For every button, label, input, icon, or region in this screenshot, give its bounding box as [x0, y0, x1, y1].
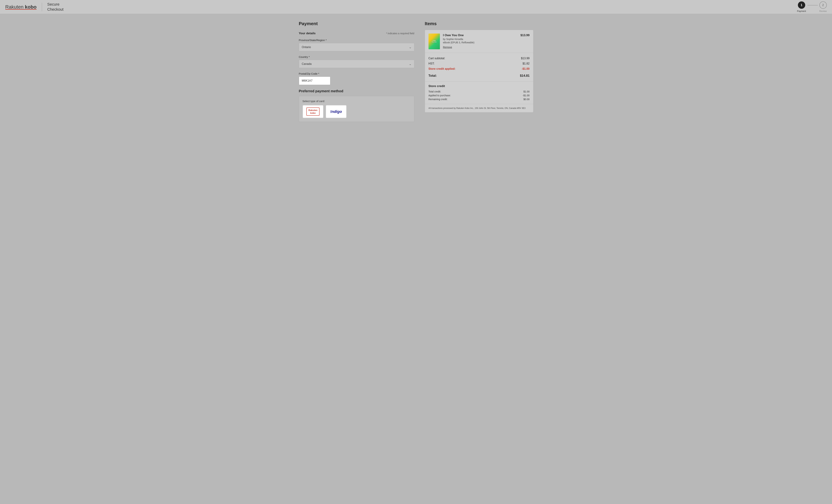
country-label: Country *: [299, 55, 414, 58]
hst-row: HST: $1.82: [428, 61, 530, 66]
card-type-label: Select type of card:: [303, 100, 411, 103]
items-panel: Items I OweYou One I Owe You One by Soph…: [425, 21, 533, 122]
cart-subtotal-label: Cart subtotal:: [428, 57, 445, 60]
your-details-row: Your details * indicates a required fiel…: [299, 32, 414, 35]
province-label: Province/State/Region *: [299, 38, 414, 41]
step-1-label: Payment: [797, 10, 806, 12]
rakuten-kobo-logo: Rakuten kobo: [306, 108, 319, 116]
total-credit-label: Total credit:: [428, 90, 441, 93]
store-credit-section: Store credit Total credit: $1.00 Applied…: [425, 82, 533, 104]
card-type-box: Select type of card: Rakuten kobo !ndigo: [299, 96, 414, 122]
applied-to-purchase-row: Applied to purchase: -$1.00: [428, 93, 530, 97]
payment-panel: Payment Your details * indicates a requi…: [299, 21, 425, 122]
payment-method-title: Preferred payment method: [299, 89, 414, 93]
total-credit-value: $1.00: [523, 90, 529, 93]
item-format: eBook (EPUB 3, Reflowable): [443, 41, 518, 44]
payment-title: Payment: [299, 21, 414, 26]
province-select-wrapper[interactable]: Ontario ⌄: [299, 43, 414, 51]
item-author: by Sophie Kinsella: [443, 38, 518, 40]
rk-rakuten-text: Rakuten: [309, 109, 317, 112]
remaining-credit-label: Remaining credit:: [428, 98, 448, 101]
item-price: $13.99: [521, 33, 530, 37]
store-credit-applied-label: Store credit applied:: [428, 67, 456, 71]
total-credit-row: Total credit: $1.00: [428, 90, 530, 93]
item-title: I Owe You One: [443, 33, 518, 37]
total-value: $14.81: [520, 74, 529, 78]
book-cover-inner: I OweYou One: [428, 33, 440, 49]
step-1-circle: 1: [798, 1, 805, 9]
your-details-label: Your details: [299, 32, 316, 35]
items-title: Items: [425, 21, 533, 26]
step-2-circle: 2: [820, 1, 827, 9]
logo-text: Rakuten kobo: [5, 4, 36, 9]
store-credit-applied-value: -$1.00: [522, 67, 529, 71]
store-credit-title: Store credit: [428, 84, 530, 88]
logo-rakuten: Rakuten: [5, 4, 23, 9]
step-connector: [807, 5, 818, 5]
cart-subtotal-row: Cart subtotal: $13.99: [428, 56, 530, 61]
remaining-credit-row: Remaining credit: $0.00: [428, 97, 530, 101]
remove-button[interactable]: Remove: [443, 46, 452, 49]
applied-to-purchase-value: -$1.00: [523, 94, 530, 97]
remaining-credit-value: $0.00: [523, 98, 529, 101]
checkout-steps: 1 Payment 2 Review: [797, 1, 827, 12]
rk-kobo-text: kobo: [310, 112, 316, 114]
rakuten-kobo-card-option[interactable]: Rakuten kobo: [303, 105, 323, 118]
logo: Rakuten kobo: [5, 4, 36, 9]
postal-input[interactable]: [299, 77, 330, 85]
country-select-wrapper[interactable]: Canada ⌄: [299, 60, 414, 68]
province-select[interactable]: Ontario: [299, 43, 414, 51]
step-payment: 1 Payment: [797, 1, 806, 12]
hst-value: $1.82: [522, 62, 529, 65]
required-note: * indicates a required field: [386, 32, 414, 35]
total-row: Total: $14.81: [428, 73, 530, 79]
card-options: Rakuten kobo !ndigo: [303, 105, 411, 118]
book-cover-title: I OweYou One: [432, 40, 437, 43]
step-review: 2 Review: [819, 1, 827, 12]
cart-subtotal-value: $13.99: [521, 57, 530, 60]
header: Rakuten kobo Secure Checkout 1 Payment 2…: [0, 0, 832, 14]
indigo-card-option[interactable]: !ndigo: [326, 105, 347, 118]
items-box: I OweYou One I Owe You One by Sophie Kin…: [425, 30, 533, 112]
postal-label: Postal/Zip Code *: [299, 72, 414, 75]
step-2-label: Review: [819, 10, 827, 12]
book-item-row: I OweYou One I Owe You One by Sophie Kin…: [425, 30, 533, 53]
main-content: Payment Your details * indicates a requi…: [294, 14, 539, 129]
hst-label: HST:: [428, 62, 435, 65]
store-credit-applied-row: Store credit applied: -$1.00: [428, 66, 530, 72]
footer-note: All transactions processed by Rakuten Ko…: [425, 104, 533, 112]
indigo-card-text: !ndigo: [330, 109, 342, 114]
item-info: I Owe You One by Sophie Kinsella eBook (…: [443, 33, 518, 49]
logo-kobo: kobo: [25, 4, 36, 9]
country-select[interactable]: Canada: [299, 60, 414, 68]
book-cover: I OweYou One: [428, 33, 440, 49]
summary-section: Cart subtotal: $13.99 HST: $1.82 Store c…: [425, 53, 533, 82]
total-label: Total:: [428, 74, 437, 78]
applied-to-purchase-label: Applied to purchase:: [428, 94, 451, 97]
header-title: Secure Checkout: [47, 2, 63, 12]
